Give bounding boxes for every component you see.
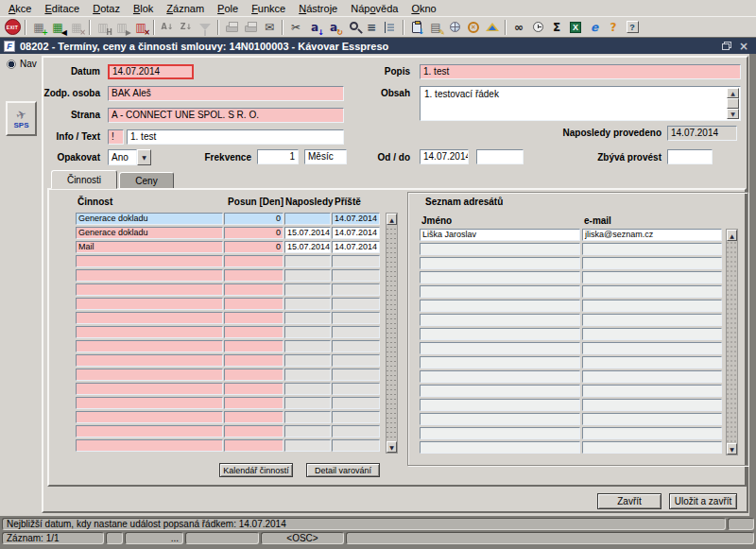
activity-cell-cinnost[interactable]	[76, 340, 223, 352]
copy-icon[interactable]: a↓	[305, 18, 324, 36]
globe-icon[interactable]	[445, 18, 464, 36]
wheel-icon[interactable]: ✕	[464, 18, 483, 36]
info-text-field[interactable]: 1. test	[127, 129, 344, 145]
restore-icon[interactable]	[722, 42, 731, 50]
activity-cell-posun[interactable]	[224, 411, 284, 423]
clear-record-icon[interactable]: ▥×	[131, 18, 150, 36]
menu-item-nastroje[interactable]: Nástroje	[292, 2, 344, 15]
activity-cell-posun[interactable]	[224, 383, 284, 395]
addressee-cell-jmeno[interactable]	[420, 271, 580, 283]
addressee-cell-jmeno[interactable]	[420, 243, 580, 255]
addressee-cell-email[interactable]	[582, 399, 722, 411]
addressee-cell-jmeno[interactable]	[420, 385, 580, 397]
addressee-cell-jmeno[interactable]: Liška Jaroslav	[420, 229, 580, 241]
detail-varovani-button[interactable]: Detail varování	[306, 463, 380, 477]
addressees-scrollbar[interactable]: ▲ ▼	[726, 229, 738, 455]
activity-cell-naposledy[interactable]	[284, 213, 331, 225]
clipboard-icon[interactable]	[407, 18, 426, 36]
menu-item-funkce[interactable]: Funkce	[245, 2, 292, 15]
addressee-cell-jmeno[interactable]	[420, 257, 580, 269]
excel-icon[interactable]: X	[566, 18, 585, 36]
activity-cell-cinnost[interactable]: Mail	[76, 241, 223, 253]
duplicate-record-icon[interactable]: ▦◀	[48, 18, 67, 36]
activities-scrollbar[interactable]: ▲ ▼	[386, 213, 398, 454]
activity-cell-posun[interactable]	[224, 397, 284, 409]
activity-cell-posun[interactable]	[224, 340, 284, 352]
activity-cell-cinnost[interactable]	[76, 354, 223, 367]
addressee-cell-email[interactable]	[582, 342, 722, 354]
activity-cell-cinnost[interactable]	[76, 397, 223, 409]
ulozit-a-zavrit-button[interactable]: Uložit a zavřít	[669, 493, 737, 509]
activity-cell-posun[interactable]	[224, 369, 284, 381]
addressee-cell-email[interactable]	[582, 356, 722, 369]
addressee-cell-jmeno[interactable]	[420, 356, 580, 369]
activity-cell-naposledy[interactable]	[284, 411, 331, 423]
addressee-cell-jmeno[interactable]	[420, 370, 580, 383]
addressee-cell-email[interactable]	[582, 314, 722, 326]
scroll-down-icon[interactable]: ▼	[387, 441, 397, 453]
addressee-cell-email[interactable]	[582, 285, 722, 298]
activity-cell-naposledy[interactable]	[284, 283, 331, 296]
activity-cell-posun[interactable]	[224, 269, 284, 282]
mail-icon[interactable]: ✉	[260, 18, 279, 36]
edit-note-icon[interactable]: ▤✎	[426, 18, 445, 36]
menu-item-dotaz[interactable]: Dotaz	[86, 2, 127, 15]
addressee-cell-jmeno[interactable]	[420, 427, 580, 439]
activity-cell-priste[interactable]	[332, 283, 380, 296]
scroll-down-icon[interactable]: ▼	[727, 443, 737, 455]
activity-cell-cinnost[interactable]	[76, 298, 223, 310]
addressee-cell-email[interactable]	[582, 300, 722, 312]
activity-cell-priste[interactable]	[332, 312, 380, 324]
activity-cell-priste[interactable]	[332, 397, 380, 409]
activity-cell-posun[interactable]	[224, 312, 284, 324]
activity-cell-naposledy[interactable]	[284, 439, 331, 452]
list-values-icon[interactable]: ≡	[362, 18, 381, 36]
activity-cell-posun[interactable]	[224, 298, 284, 310]
activity-cell-naposledy[interactable]	[284, 425, 331, 437]
addressee-cell-email[interactable]	[582, 441, 722, 454]
zavrit-button[interactable]: Zavřít	[597, 493, 662, 509]
activity-cell-cinnost[interactable]	[76, 369, 223, 381]
activity-cell-priste[interactable]: 14.07.2014	[332, 213, 380, 225]
help-icon[interactable]: ?	[623, 18, 642, 36]
menu-item-akce[interactable]: Akce	[2, 2, 38, 15]
sum-icon[interactable]: Σ	[547, 18, 566, 36]
activity-cell-naposledy[interactable]	[284, 369, 331, 381]
datum-field[interactable]: 14.07.2014	[108, 64, 194, 79]
scroll-down-icon[interactable]: ▼	[727, 109, 739, 119]
scroll-up-icon[interactable]: ▲	[727, 230, 737, 241]
activity-cell-cinnost[interactable]	[76, 269, 223, 282]
zodp-osoba-field[interactable]: BAK Aleš	[108, 86, 344, 101]
browser-icon[interactable]: e	[585, 18, 604, 36]
opakovat-select[interactable]: Ano ▼	[108, 149, 151, 165]
addressee-cell-jmeno[interactable]	[420, 300, 580, 312]
activity-cell-priste[interactable]	[332, 269, 380, 282]
activity-cell-naposledy[interactable]	[284, 354, 331, 367]
addressee-cell-jmeno[interactable]	[420, 441, 580, 454]
activity-cell-priste[interactable]	[332, 354, 380, 367]
activity-cell-cinnost[interactable]	[76, 283, 223, 296]
activity-cell-cinnost[interactable]	[76, 326, 223, 338]
addressee-cell-email[interactable]	[582, 243, 722, 255]
activity-cell-priste[interactable]	[332, 411, 380, 423]
menu-item-blok[interactable]: Blok	[127, 2, 160, 15]
activity-cell-priste[interactable]: 14.07.2014	[332, 241, 380, 253]
menu-item-okno[interactable]: Okno	[404, 2, 442, 15]
frekvence-field[interactable]: 1	[257, 149, 299, 164]
activity-cell-cinnost[interactable]: Generace dokladu	[76, 227, 223, 239]
sps-button[interactable]: ✈ SPS	[6, 101, 37, 136]
activity-cell-posun[interactable]	[224, 326, 284, 338]
activity-cell-posun[interactable]: 0	[224, 241, 284, 253]
prism-icon[interactable]	[483, 18, 502, 36]
find-icon[interactable]	[343, 18, 362, 36]
activity-cell-priste[interactable]	[332, 369, 380, 381]
activity-cell-naposledy[interactable]	[284, 255, 331, 267]
activity-cell-naposledy[interactable]	[284, 340, 331, 352]
activity-cell-cinnost[interactable]	[76, 312, 223, 324]
addressee-cell-jmeno[interactable]	[420, 399, 580, 411]
menu-item-editace[interactable]: Editace	[38, 2, 86, 15]
activity-cell-priste[interactable]: 14.07.2014	[332, 227, 380, 239]
addressee-cell-email[interactable]	[582, 385, 722, 397]
od-field[interactable]: 14.07.2014	[420, 149, 469, 164]
activity-cell-cinnost[interactable]	[76, 425, 223, 437]
